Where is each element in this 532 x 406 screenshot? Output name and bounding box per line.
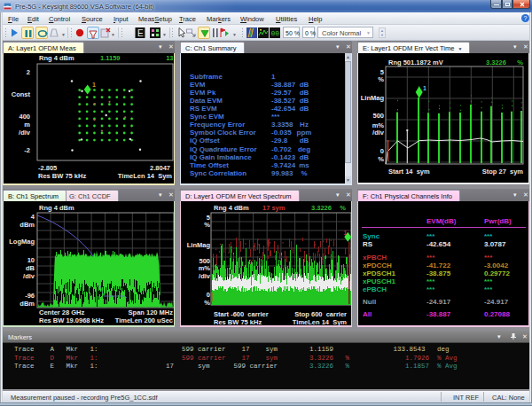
svg-text:%: % <box>517 59 523 66</box>
svg-text:2.8047: 2.8047 <box>150 164 170 172</box>
svg-text:00: 00 <box>271 29 280 37</box>
svg-text:17 sym: 17 sym <box>262 204 286 212</box>
svg-text:400: 400 <box>19 113 30 121</box>
svg-text:3.3226: 3.3226 <box>486 59 506 66</box>
svg-text:Rng 4 dBm: Rng 4 dBm <box>39 54 74 62</box>
svg-text:0: 0 <box>380 147 384 155</box>
svg-text:TimeLen 14 Sym: TimeLen 14 Sym <box>293 318 347 325</box>
svg-text:m%: m% <box>199 264 211 272</box>
svg-text:1: 1 <box>92 82 96 88</box>
svg-text:Rng 4 dBm: Rng 4 dBm <box>39 204 74 212</box>
svg-text:%: % <box>204 221 210 229</box>
svg-text:/div: /div <box>372 129 385 137</box>
svg-text:LogMag: LogMag <box>9 238 35 246</box>
svg-text:/div: /div <box>23 272 35 280</box>
svg-text:2: 2 <box>27 68 30 76</box>
svg-text:1: 1 <box>423 85 426 91</box>
svg-text:LinMag: LinMag <box>361 94 385 102</box>
svg-text:E: E <box>137 28 144 38</box>
svg-text:Start -600 carrier: Start -600 carrier <box>214 310 269 318</box>
svg-text:Center 28 GHz: Center 28 GHz <box>39 308 85 316</box>
svg-text:/div: /div <box>19 129 31 137</box>
svg-text:/div: /div <box>199 272 211 280</box>
svg-text:-96: -96 <box>25 292 35 300</box>
svg-text:dBm: dBm <box>20 221 35 229</box>
svg-text:Res BW 75 kHz: Res BW 75 kHz <box>38 172 86 180</box>
svg-text:TimeLen 14 Sym: TimeLen 14 Sym <box>118 172 172 180</box>
svg-text:13: 13 <box>166 54 173 62</box>
svg-text:-2.805: -2.805 <box>38 164 57 172</box>
svg-text:Rng 501.1872 mV: Rng 501.1872 mV <box>388 59 443 66</box>
svg-text:%: % <box>378 155 384 163</box>
svg-text:500: 500 <box>372 112 384 120</box>
svg-text:TimeLen 200 uSec: TimeLen 200 uSec <box>115 316 173 324</box>
svg-text:1: 1 <box>344 230 348 236</box>
svg-text:LinMag: LinMag <box>187 241 211 249</box>
svg-text:%: % <box>204 299 210 307</box>
svg-text:1.1159: 1.1159 <box>100 54 121 62</box>
svg-text:dB: dB <box>26 264 35 272</box>
svg-text:-2: -2 <box>24 146 30 154</box>
svg-text:Start 14 sym: Start 14 sym <box>388 168 430 176</box>
svg-text:Res BW 19.0968 kHz: Res BW 19.0968 kHz <box>39 316 104 324</box>
svg-text:Span 120 MHz: Span 120 MHz <box>129 308 174 316</box>
svg-text:Res BW 75 kHz: Res BW 75 kHz <box>214 318 262 325</box>
svg-text:%: % <box>378 75 384 83</box>
svg-text:dBm: dBm <box>20 300 35 308</box>
svg-text:Rng 4 dBm: Rng 4 dBm <box>214 204 249 212</box>
svg-text:Stop 27 sym: Stop 27 sym <box>482 168 524 176</box>
svg-text:Stop 600 carrier: Stop 600 carrier <box>294 310 347 318</box>
svg-text:10: 10 <box>27 256 35 264</box>
svg-text:%: % <box>340 204 346 212</box>
svg-text:3.3226: 3.3226 <box>311 204 332 212</box>
svg-text:Const: Const <box>12 90 31 98</box>
svg-text:m: m <box>24 121 30 129</box>
